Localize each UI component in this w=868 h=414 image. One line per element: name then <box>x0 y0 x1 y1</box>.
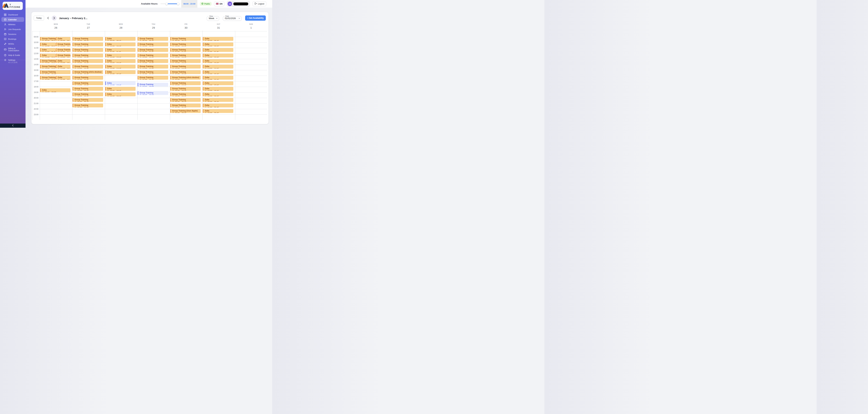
calendar-event[interactable]: Group Training17:00 – 17:45 <box>72 82 103 85</box>
calendar-event[interactable]: Group Training15:00 – 15:45 <box>138 70 168 74</box>
calendar-event[interactable]: Group Training16:00 – 16:45 <box>72 76 103 79</box>
calendar-event[interactable]: Zuba10:00 – 10:45 <box>203 42 233 46</box>
calendar-event[interactable]: Zuba21:00 – 21:45 <box>203 104 233 107</box>
calendar-event[interactable]: Zuba19:00 – 19:45 <box>105 93 135 96</box>
calendar-event[interactable]: Zuba15:00 – 15:45 <box>203 70 233 74</box>
visibility-badge[interactable]: Public <box>200 2 212 6</box>
calendar-event[interactable]: Group Training (chris doulou)15:00 – 15:… <box>72 70 103 74</box>
calendar-event[interactable]: Zuba11:00 – 11:45 <box>40 48 56 52</box>
sidebar-item-dashboard[interactable]: Dashboard <box>1 12 24 17</box>
calendar-event[interactable]: Zuba17:00 – 17:45 <box>203 82 233 85</box>
set-availability-button[interactable]: + Set Availability <box>245 15 266 21</box>
calendar-event[interactable]: Group Training16:00 – 16:45 <box>40 76 56 79</box>
calendar-event[interactable]: Group Training12:00 – 12:45 <box>56 54 71 57</box>
calendar-event[interactable]: Group Training14:00 – 14:45 <box>170 65 201 68</box>
calendar-event[interactable]: Zuba13:00 – 13:45 <box>203 59 233 63</box>
calendar-event[interactable]: Group Training16:00 – 16:45 <box>138 76 168 79</box>
date-picker[interactable]: Date 01/02/2026 <box>223 15 242 21</box>
calendar-event[interactable]: Zuba16:00 – 16:45 <box>203 76 233 79</box>
calendar-event[interactable]: Group Training09:00 – 09:45 <box>170 37 201 41</box>
calendar-event[interactable]: Group Training18:00 – 18:45 <box>170 87 201 91</box>
calendar-event[interactable]: Group Training10:00 – 10:45 <box>72 42 103 46</box>
user-menu[interactable]: AN <box>227 1 250 7</box>
calendar-event[interactable]: Group Training11:00 – 11:45 <box>170 48 201 52</box>
today-button[interactable]: Today <box>34 15 44 21</box>
calendar-event[interactable]: Zuba15:00 – 15:45 <box>105 70 135 74</box>
calendar-event[interactable]: Zuba11:00 – 11:45 <box>105 48 135 52</box>
calendar-event[interactable]: Zuba17:00 – 17:45 <box>105 82 135 85</box>
calendar-event[interactable]: Group Training14:00 – 14:45 <box>72 65 103 68</box>
calendar-event[interactable]: Zuba09:00 – 09:45 <box>203 37 233 41</box>
calendar-event[interactable]: Group Training11:00 – 11:45 <box>56 48 71 52</box>
calendar-event[interactable]: Zuba18:00 – 18:45 <box>203 87 233 91</box>
next-week-button[interactable] <box>52 15 57 21</box>
logout-button[interactable]: Logout <box>252 1 266 6</box>
calendar-event[interactable]: Zuba09:00 – 09:45 <box>56 37 71 41</box>
view-select[interactable]: View Week <box>207 15 219 21</box>
sidebar-item-sessions[interactable]: Sessions <box>1 32 24 36</box>
calendar-event[interactable]: Zuba20:00 – 20:45 <box>203 98 233 102</box>
calendar-event[interactable]: Group Training21:00 – 21:45 <box>170 104 201 107</box>
sidebar-item-calendar[interactable]: Calendar <box>1 17 24 22</box>
sidebar-item-wods[interactable]: WODs <box>1 41 24 46</box>
sidebar-item-help[interactable]: Help & Guide <box>1 53 24 57</box>
calendar-event[interactable]: Group Training10:00 – 10:45 <box>56 42 71 46</box>
calendar-event[interactable]: Zuba14:00 – 14:45 <box>105 65 135 68</box>
calendar-event[interactable]: Zuba16:00 – 16:45 <box>56 76 71 79</box>
slider-handle-start[interactable] <box>165 3 168 5</box>
calendar-event[interactable]: Group Training12:00 – 12:45 <box>72 54 103 57</box>
available-hours-slider[interactable] <box>160 3 179 5</box>
calendar-event[interactable]: Group Training11:00 – 11:45 <box>138 48 168 52</box>
calendar-event[interactable]: Group Training19:00 – 19:45 <box>72 93 103 96</box>
sidebar-item-athletes[interactable]: Athletes <box>1 22 24 27</box>
sidebar-item-bookings[interactable]: Bookings <box>1 37 24 41</box>
calendar-event[interactable]: Group Training15:00 – 15:45 <box>170 70 201 74</box>
calendar-event[interactable]: Group Training20:00 – 20:45 <box>72 98 103 102</box>
app-logo[interactable]: Y FITZONE <box>3 2 23 10</box>
calendar-event[interactable]: Group Training (User Apple)22:00 – 22:45 <box>170 109 201 113</box>
calendar-event[interactable]: Group Training11:00 – 11:45 <box>72 48 103 52</box>
calendar-event[interactable]: Group Training13:00 – 13:45 <box>170 59 201 63</box>
calendar-event[interactable]: Group Training17:00 – 17:45 <box>170 82 201 85</box>
calendar-event[interactable]: Group Training (chris doulou)16:00 – 16:… <box>170 76 201 79</box>
sidebar-collapse-bar[interactable] <box>0 124 26 128</box>
calendar-event[interactable]: Group Training15:00 – 15:45 <box>40 70 70 74</box>
sidebar-item-billing[interactable]: Billing & Subscription <box>1 46 24 53</box>
calendar-event[interactable]: Group Training19:00 – 19:45 <box>170 93 201 96</box>
calendar-event[interactable]: Zuba18:00 – 18:45 <box>105 87 135 91</box>
calendar-event[interactable]: Group Training12:00 – 12:45 <box>170 54 201 57</box>
calendar-event[interactable]: Zuba14:00 – 14:45 <box>203 65 233 68</box>
calendar-event[interactable]: Group Training14:00 – 14:45 <box>40 65 56 68</box>
calendar-event[interactable]: Zuba22:00 – 22:45 <box>203 109 233 113</box>
calendar-event[interactable]: Zuba12:00 – 12:45 <box>40 54 56 57</box>
calendar-event[interactable]: Zuba12:00 – 12:45 <box>203 54 233 57</box>
calendar-event[interactable]: Group Training10:00 – 10:45 <box>138 42 168 46</box>
calendar-event[interactable]: Zuba19:00 – 19:45 <box>203 93 233 96</box>
calendar-event[interactable]: Group Training13:00 – 13:45 <box>40 59 56 63</box>
calendar-event[interactable]: Zuba09:00 – 09:45 <box>105 37 135 41</box>
calendar-event[interactable]: Group Training13:00 – 13:45 <box>138 59 168 63</box>
calendar-event[interactable]: Group Training14:00 – 14:45 <box>138 65 168 68</box>
calendar-event[interactable]: Group Training20:00 – 20:45 <box>170 98 201 102</box>
calendar-event[interactable]: Zuba11:00 – 11:45 <box>203 48 233 52</box>
calendar-event[interactable]: Zuba18:15 – 19:00 <box>40 88 70 92</box>
calendar-event[interactable]: Group Training10:00 – 10:45 <box>170 42 201 46</box>
slider-handle-end[interactable] <box>177 3 179 5</box>
sidebar-item-join-requests[interactable]: Join Requests <box>1 27 24 32</box>
calendar-event[interactable]: Group Training17:15 – 18:00 <box>138 83 168 87</box>
calendar-event[interactable]: Group Training18:45 – 19:30 <box>138 91 168 95</box>
calendar-event[interactable]: Group Training13:00 – 13:45 <box>72 59 103 63</box>
calendar-event[interactable]: Zuba12:00 – 12:45 <box>105 54 135 57</box>
prev-week-button[interactable] <box>45 15 50 21</box>
calendar-event[interactable]: Group Training09:00 – 09:45 <box>40 37 56 41</box>
calendar-event[interactable]: Group Training09:00 – 09:45 <box>138 37 168 41</box>
calendar-event[interactable]: Zuba10:00 – 10:45 <box>105 42 135 46</box>
calendar-event[interactable]: Group Training21:00 – 21:45 <box>72 104 103 107</box>
calendar-event[interactable]: Group Training18:00 – 18:45 <box>72 87 103 91</box>
calendar-event[interactable]: Zuba14:00 – 14:45 <box>56 65 71 68</box>
calendar-event[interactable]: Zuba13:00 – 13:45 <box>56 59 71 63</box>
language-selector[interactable]: EN <box>214 1 224 6</box>
calendar-event[interactable]: Zuba13:00 – 13:45 <box>105 59 135 63</box>
calendar-event[interactable]: Group Training12:00 – 12:45 <box>138 54 168 57</box>
calendar-event[interactable]: Group Training09:00 – 09:45 <box>72 37 103 41</box>
